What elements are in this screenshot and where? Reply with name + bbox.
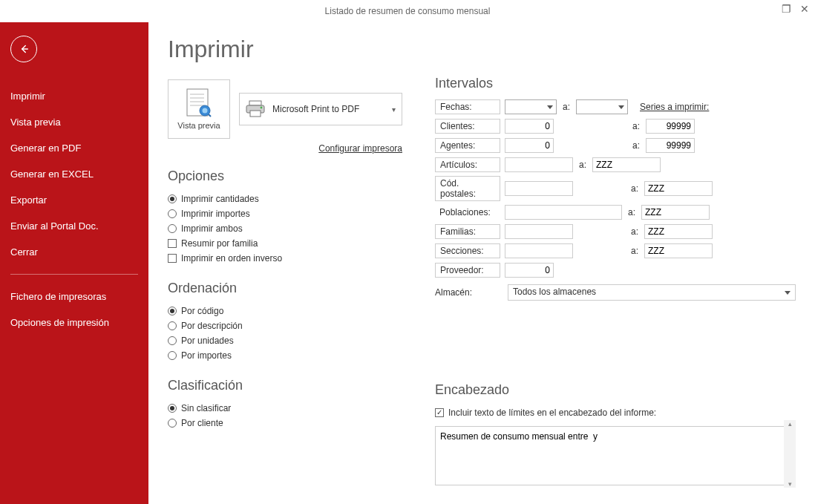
proveedor-input[interactable] [505, 263, 554, 278]
opt-imprimir-ambos[interactable]: Imprimir ambos [168, 221, 413, 236]
ord-codigo[interactable]: Por código [168, 304, 413, 318]
intv-agentes-label: Agentes: [435, 138, 500, 153]
checkbox-icon [168, 254, 177, 263]
clas-por-cliente[interactable]: Por cliente [168, 416, 413, 431]
intv-poblaciones-row: Poblaciones: a: [435, 204, 796, 220]
radio-icon [168, 209, 177, 218]
opt-imprimir-cantidades[interactable]: Imprimir cantidades [168, 192, 413, 206]
intv-poblaciones-label: Poblaciones: [435, 206, 500, 219]
intv-cpostales-label: Cód. postales: [435, 176, 500, 201]
scroll-down-icon[interactable]: ▾ [788, 480, 792, 488]
intv-fechas-row: Fechas: a: Series a imprimir: [435, 99, 796, 115]
intervalos-heading: Intervalos [435, 76, 796, 91]
radio-icon [168, 194, 177, 203]
agentes-to-input[interactable] [646, 138, 695, 153]
sidebar: Imprimir Vista previa Generar en PDF Gen… [0, 22, 148, 504]
a-label: a: [631, 140, 641, 151]
a-label: a: [631, 121, 641, 131]
radio-icon [168, 351, 177, 360]
svg-rect-10 [250, 111, 261, 117]
sidebar-separator [10, 274, 138, 275]
secciones-from-input[interactable] [505, 243, 573, 258]
cpostales-to-input[interactable] [644, 181, 713, 196]
ord-importes[interactable]: Por importes [168, 348, 413, 363]
printer-select[interactable]: Microsoft Print to PDF ▾ [239, 93, 402, 125]
articulos-to-input[interactable] [592, 157, 661, 172]
clasificacion-heading: Clasificación [168, 378, 413, 393]
radio-icon [168, 404, 177, 413]
checkbox-icon [168, 239, 177, 248]
titlebar: Listado de resumen de consumo mensual ❐ … [0, 0, 815, 22]
opt-orden-inverso[interactable]: Imprimir en orden inverso [168, 251, 413, 266]
sidebar-item-enviar-portal[interactable]: Enviar al Portal Doc. [7, 213, 141, 239]
intv-clientes-row: Clientes: a: [435, 118, 796, 134]
familias-to-input[interactable] [644, 224, 713, 239]
a-label: a: [561, 102, 572, 112]
radio-icon [168, 321, 177, 330]
checkbox-icon [435, 408, 444, 417]
encabezado-heading: Encabezado [435, 382, 796, 398]
maximize-icon[interactable]: ❐ [782, 3, 791, 15]
sidebar-item-generar-excel[interactable]: Generar en EXCEL [7, 161, 141, 187]
intv-familias-row: Familias: a: [435, 223, 796, 240]
intv-proveedor-row: Proveedor: [435, 262, 796, 278]
intv-cpostales-row: Cód. postales: a: [435, 176, 796, 201]
scroll-up-icon[interactable]: ▴ [788, 420, 792, 428]
sidebar-item-generar-pdf[interactable]: Generar en PDF [7, 135, 141, 161]
window-title: Listado de resumen de consumo mensual [325, 6, 491, 16]
almacen-select[interactable]: Todos los almacenes [508, 284, 796, 301]
fechas-to-dropdown[interactable] [576, 99, 628, 114]
ordenacion-heading: Ordenación [168, 281, 413, 296]
back-button[interactable] [10, 36, 37, 62]
page-title: Imprimir [168, 36, 413, 63]
ord-descripcion[interactable]: Por descripción [168, 318, 413, 333]
clas-sin-clasificar[interactable]: Sin clasificar [168, 401, 413, 416]
vista-previa-label: Vista previa [177, 121, 220, 130]
sidebar-item-fichero-impresoras[interactable]: Fichero de impresoras [7, 284, 141, 310]
document-preview-icon [186, 88, 212, 118]
sidebar-item-vista-previa[interactable]: Vista previa [7, 109, 141, 135]
opt-resumir-familia[interactable]: Resumir por familia [168, 236, 413, 251]
series-a-imprimir-link[interactable]: Series a imprimir: [640, 102, 709, 112]
clientes-to-input[interactable] [646, 119, 695, 134]
close-icon[interactable]: ✕ [800, 3, 809, 15]
chevron-down-icon: ▾ [392, 105, 396, 114]
radio-icon [168, 336, 177, 345]
intv-fechas-label: Fechas: [435, 99, 500, 114]
a-label: a: [626, 207, 637, 217]
incluir-texto-check[interactable]: Incluir texto de límites en el encabezad… [435, 405, 796, 420]
encabezado-textarea[interactable] [435, 426, 796, 485]
almacen-value: Todos los almacenes [513, 287, 596, 297]
printer-icon [246, 100, 265, 118]
clientes-from-input[interactable] [505, 119, 554, 134]
agentes-from-input[interactable] [505, 138, 554, 153]
intv-agentes-row: Agentes: a: [435, 137, 796, 154]
configure-printer-link[interactable]: Configurar impresora [168, 143, 402, 154]
intv-secciones-label: Secciones: [435, 243, 500, 258]
a-label: a: [629, 226, 640, 237]
svg-line-7 [209, 114, 211, 117]
textarea-scrollbar[interactable]: ▴ ▾ [784, 420, 796, 488]
a-label: a: [629, 246, 640, 256]
sidebar-item-imprimir[interactable]: Imprimir [7, 83, 141, 109]
sidebar-item-cerrar[interactable]: Cerrar [7, 239, 141, 265]
ord-unidades[interactable]: Por unidades [168, 333, 413, 348]
sidebar-item-opciones-impresion[interactable]: Opciones de impresión [7, 310, 141, 336]
radio-icon [168, 224, 177, 233]
radio-icon [168, 307, 177, 315]
fechas-from-dropdown[interactable] [505, 99, 557, 114]
poblaciones-from-input[interactable] [505, 205, 622, 220]
poblaciones-to-input[interactable] [641, 205, 710, 220]
sidebar-item-exportar[interactable]: Exportar [7, 187, 141, 213]
vista-previa-button[interactable]: Vista previa [168, 79, 230, 139]
cpostales-from-input[interactable] [505, 181, 573, 196]
opt-imprimir-importes[interactable]: Imprimir importes [168, 206, 413, 221]
familias-from-input[interactable] [505, 224, 573, 239]
articulos-from-input[interactable] [505, 157, 573, 172]
intv-secciones-row: Secciones: a: [435, 243, 796, 259]
svg-point-11 [261, 107, 263, 109]
secciones-to-input[interactable] [644, 243, 713, 258]
intv-articulos-label: Artículos: [435, 157, 500, 172]
almacen-label: Almacén: [435, 287, 500, 298]
a-label: a: [629, 183, 640, 194]
